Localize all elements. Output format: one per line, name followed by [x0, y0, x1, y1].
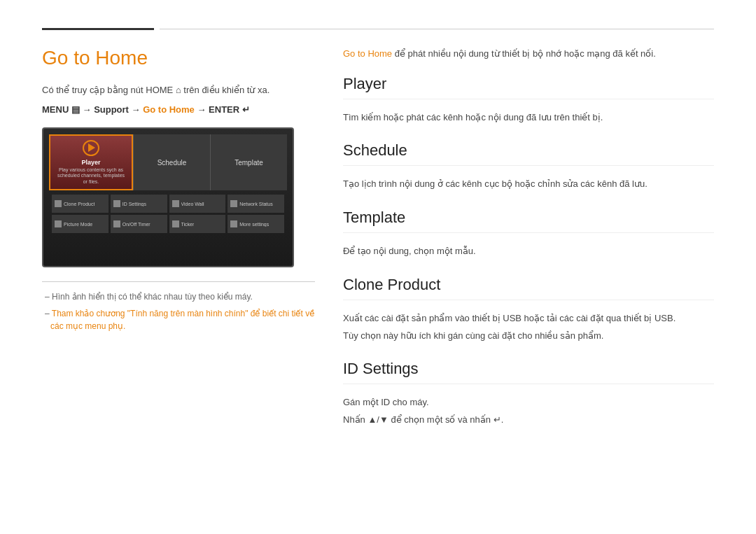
section-desc-player: Tìm kiếm hoặc phát các kênh hoặc nội dun… — [343, 111, 714, 125]
tv-menu-area: Player Play various contents sych as sch… — [43, 129, 293, 239]
left-column: Go to Home Có thể truy cập bằng nút HOME… — [42, 47, 315, 444]
tv-grid-item-picture: Picture Mode — [52, 215, 108, 233]
page-container: Go to Home Có thể truy cập bằng nút HOME… — [0, 0, 756, 534]
section-id-settings: ID Settings Gán một ID cho máy. Nhấn ▲/▼… — [343, 360, 714, 428]
tv-player-label: Player — [81, 159, 100, 166]
tv-grid-item-network: Network Status — [227, 195, 284, 213]
tv-grid-item-more: More settings — [227, 215, 284, 233]
right-intro: Go to Home để phát nhiều nội dung từ thi… — [343, 47, 714, 61]
section-divider-id — [343, 384, 714, 384]
section-divider-template — [343, 232, 714, 233]
tv-template-item: Template — [210, 134, 287, 190]
tv-schedule-label: Schedule — [158, 159, 187, 167]
footnote-2-link: Tham khảo chương "Tính năng trên màn hìn… — [50, 309, 314, 331]
footnote-1: – Hình ảnh hiển thị có thể khác nhau tùy… — [42, 290, 315, 303]
section-divider-schedule — [343, 165, 714, 166]
section-title-id: ID Settings — [343, 360, 714, 378]
section-title-template: Template — [343, 209, 714, 227]
play-triangle-icon — [88, 143, 95, 152]
section-title-player: Player — [343, 75, 714, 93]
more-icon — [230, 220, 237, 227]
menu-path: MENU ▤ → Support → Go to Home → ENTER ↵ — [42, 103, 315, 117]
ticker-icon — [172, 220, 179, 227]
go-to-home-part: Go to Home — [143, 104, 195, 115]
tv-top-row: Player Play various contents sych as sch… — [49, 134, 287, 190]
support-part: Support — [94, 104, 129, 115]
video-icon — [172, 200, 179, 207]
section-divider-clone — [343, 300, 714, 300]
section-divider-player — [343, 99, 714, 99]
clone-icon — [55, 200, 62, 207]
section-desc-schedule: Tạo lịch trình nội dung ở các kênh cục b… — [343, 177, 714, 192]
timer-icon — [113, 220, 120, 227]
section-desc-template: Để tạo nội dung, chọn một mẫu. — [343, 244, 714, 259]
right-intro-text: để phát nhiều nội dung từ thiết bị bộ nh… — [392, 48, 656, 59]
intro-text: Có thể truy cập bằng nút HOME ⌂ trên điề… — [42, 83, 315, 97]
top-divider — [42, 28, 714, 30]
tv-player-desc: Play various contents sych as scheduled … — [55, 167, 127, 185]
tv-grid-label-clone: Clone Product — [64, 202, 94, 206]
section-template: Template Để tạo nội dung, chọn một mẫu. — [343, 209, 714, 259]
section-desc-id-1: Gán một ID cho máy. — [343, 395, 714, 410]
arrow2: → — [129, 104, 143, 115]
tv-template-label: Template — [234, 159, 263, 167]
page-title: Go to Home — [42, 47, 315, 69]
right-column: Go to Home để phát nhiều nội dung từ thi… — [343, 47, 714, 444]
tv-grid-item-clone: Clone Product — [52, 195, 108, 213]
section-clone-product: Clone Product Xuất các cài đặt sản phẩm … — [343, 276, 714, 344]
tv-grid-label-timer: On/Off Timer — [122, 222, 150, 227]
section-desc-clone-1: Xuất các cài đặt sản phẩm vào thiết bị U… — [343, 311, 714, 326]
tv-grid-label-id: ID Settings — [122, 202, 146, 206]
enter-part: ENTER ↵ — [209, 104, 250, 115]
menu-part: MENU ▤ — [42, 104, 80, 115]
tv-player-item: Player Play various contents sych as sch… — [49, 134, 133, 190]
network-icon — [230, 200, 237, 207]
arrow3: → — [195, 104, 209, 115]
content-layout: Go to Home Có thể truy cập bằng nút HOME… — [42, 47, 714, 444]
footnotes: – Hình ảnh hiển thị có thể khác nhau tùy… — [42, 281, 315, 332]
tv-grid-label-picture: Picture Mode — [64, 222, 92, 227]
tv-grid-item-video: Video Wall — [169, 195, 226, 213]
section-player: Player Tìm kiếm hoặc phát các kênh hoặc … — [343, 75, 714, 125]
section-title-schedule: Schedule — [343, 141, 714, 160]
tv-schedule-item: Schedule — [133, 134, 210, 190]
right-intro-link: Go to Home — [343, 48, 392, 59]
section-schedule: Schedule Tạo lịch trình nội dung ở các k… — [343, 141, 714, 192]
section-desc-id-2: Nhấn ▲/▼ để chọn một số và nhấn ↵. — [343, 413, 714, 428]
section-title-clone: Clone Product — [343, 276, 714, 294]
tv-bottom-grid: Clone Product ID Settings Video Wall — [49, 195, 287, 233]
tv-grid-label-video: Video Wall — [181, 202, 204, 206]
tv-grid-label-ticker: Ticker — [181, 222, 195, 227]
id-icon — [113, 200, 120, 207]
tv-grid-item-id: ID Settings — [111, 195, 167, 213]
tv-grid-label-network: Network Status — [239, 202, 272, 206]
tv-grid-item-ticker: Ticker — [169, 215, 226, 233]
arrow1: → — [80, 104, 94, 115]
picture-icon — [55, 220, 62, 227]
tv-screen: Player Play various contents sych as sch… — [42, 127, 294, 267]
divider-right — [160, 29, 714, 29]
section-desc-clone-2: Tùy chọn này hữu ích khi gán cùng cài đặ… — [343, 329, 714, 344]
tv-grid-label-more: More settings — [239, 222, 269, 227]
tv-play-icon — [83, 140, 99, 156]
divider-left — [42, 28, 154, 30]
footnote-2: – Tham khảo chương "Tính năng trên màn h… — [42, 307, 315, 332]
tv-grid-item-timer: On/Off Timer — [111, 215, 167, 233]
